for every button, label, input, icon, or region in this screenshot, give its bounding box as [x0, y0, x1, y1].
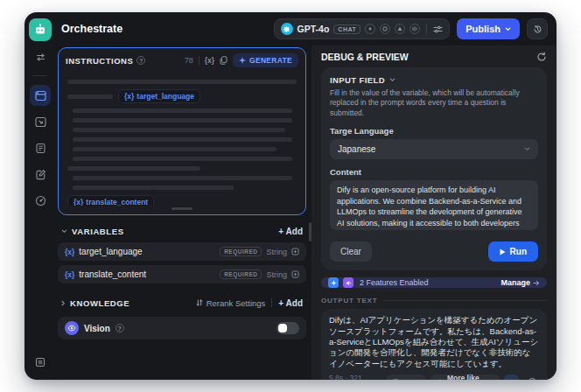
output-card: Difyは、AIアプリケーションを構築するためのオープンソースプラットフォームで… — [321, 309, 547, 380]
output-stats: 5.8s · 321 chars — [329, 374, 382, 380]
rerank-settings-button[interactable]: Rerank Settings — [196, 298, 266, 308]
tools-divider — [199, 56, 200, 65]
model-name: GPT-4o — [298, 24, 330, 34]
variables-title: VARIABLES — [72, 227, 124, 236]
vision-toggle[interactable] — [276, 322, 299, 334]
sidebar-item-orchestrate[interactable] — [30, 85, 51, 106]
skeleton-line — [73, 157, 292, 161]
page-title: Orchestrate — [61, 23, 122, 35]
capability-icon-4 — [410, 24, 420, 34]
variable-row-target-language[interactable]: {x} target_language REQUIRED String — [58, 242, 306, 261]
features-enabled-label: 2 Features Enabled — [360, 278, 429, 287]
capability-icon-2 — [380, 24, 390, 34]
switch-app-icon[interactable] — [30, 46, 51, 67]
instructions-title: INSTRUCTIONS — [66, 56, 133, 66]
variable-name: target_language — [79, 247, 142, 256]
required-badge: REQUIRED — [220, 247, 262, 256]
variable-settings-icon[interactable] — [291, 248, 299, 256]
manage-label: Manage — [500, 278, 530, 287]
topbar: Orchestrate GPT-4o CHAT — [56, 12, 556, 46]
feature-tts-icon — [343, 277, 354, 288]
feature-citation-icon — [328, 277, 339, 288]
sidebar-item-annotation-icon[interactable] — [30, 164, 51, 185]
version-history-icon[interactable] — [527, 18, 548, 39]
publish-button[interactable]: Publish — [457, 18, 520, 39]
language-select[interactable]: Japanese — [330, 139, 538, 159]
variable-prefix: {x} — [65, 270, 74, 279]
variable-tag-target-language[interactable]: {x} target_language — [118, 89, 200, 103]
skeleton-line — [73, 176, 292, 180]
language-field-label: Targe Language — [330, 126, 538, 136]
run-label: Run — [510, 247, 527, 256]
arrow-right-icon — [533, 280, 540, 286]
chevron-down-icon[interactable] — [61, 229, 67, 234]
copy-icon[interactable] — [220, 56, 228, 65]
instructions-editor[interactable]: {x} target_language — [59, 71, 305, 206]
collapse-sidebar-icon[interactable] — [30, 352, 51, 373]
model-selector[interactable]: GPT-4o CHAT — [274, 18, 451, 39]
skeleton-line — [67, 166, 200, 171]
run-button[interactable]: Run — [488, 242, 538, 262]
knowledge-title: KNOWLEDGE — [70, 298, 130, 308]
chevron-down-icon — [524, 147, 530, 151]
chevron-down-icon — [389, 78, 396, 82]
toggle-knob — [278, 324, 287, 332]
sidebar-item-preview[interactable] — [30, 111, 51, 132]
model-provider-icon — [281, 23, 293, 35]
rerank-settings-label: Rerank Settings — [206, 298, 266, 308]
sidebar-item-monitoring-icon[interactable] — [30, 190, 51, 211]
info-icon: ? — [116, 324, 124, 332]
insert-variable-icon[interactable]: {x} — [205, 56, 214, 65]
variable-tag-translate-content[interactable]: {x} translate_content — [67, 195, 154, 206]
chevron-right-icon[interactable] — [61, 300, 66, 306]
variable-row-translate-content[interactable]: {x} translate_content REQUIRED String — [58, 265, 306, 284]
app-logo-robot-icon[interactable] — [29, 18, 52, 41]
generate-button[interactable]: GENERATE — [233, 53, 298, 67]
output-divider — [384, 300, 547, 301]
add-knowledge-button[interactable]: + Add — [278, 298, 303, 308]
skeleton-line — [67, 80, 297, 84]
resize-handle[interactable] — [172, 207, 192, 210]
scrollbar-thumb[interactable] — [309, 222, 312, 242]
variable-tag-label: translate_content — [86, 198, 148, 206]
sidebar — [24, 12, 56, 380]
manage-features-button[interactable]: Manage — [500, 278, 540, 287]
required-badge: REQUIRED — [220, 270, 262, 279]
skeleton-line — [73, 137, 292, 142]
text-to-speech-icon[interactable] — [504, 374, 520, 380]
copy-output-icon[interactable] — [523, 374, 539, 380]
skeleton-line — [73, 118, 292, 122]
clear-button[interactable]: Clear — [330, 242, 372, 262]
input-field-title: INPUT FIELD — [330, 75, 385, 85]
generate-label: GENERATE — [249, 56, 292, 65]
instructions-panel[interactable]: INSTRUCTIONS ? 78 {x} GENERATE — [58, 47, 306, 215]
variable-type: String — [266, 270, 287, 279]
knowledge-section-header: KNOWLEDGE Rerank Settings + Add — [58, 296, 306, 310]
logs-button[interactable]: Logs — [386, 374, 426, 380]
more-like-this-label: More like this — [447, 374, 494, 380]
features-bar[interactable]: 2 Features Enabled Manage — [321, 277, 547, 288]
add-variable-button[interactable]: + Add — [278, 227, 303, 236]
variables-section-header: VARIABLES + Add — [58, 224, 306, 238]
content-area: INSTRUCTIONS ? 78 {x} GENERATE — [56, 46, 556, 380]
skeleton-line — [73, 147, 276, 151]
content-textarea[interactable]: Dify is an open-source platform for buil… — [330, 180, 538, 230]
vision-label: Vision — [84, 324, 110, 333]
sidebar-item-logs-icon[interactable] — [30, 137, 51, 158]
main-area: Orchestrate GPT-4o CHAT — [56, 12, 556, 380]
variable-prefix: {x} — [124, 92, 134, 101]
info-icon: ? — [136, 56, 145, 65]
variable-settings-icon[interactable] — [291, 270, 299, 278]
debug-header: DEBUG & PREVIEW — [321, 52, 547, 62]
output-text: Difyは、AIアプリケーションを構築するためのオープンソースプラットフォームで… — [329, 315, 539, 369]
orchestrate-column: INSTRUCTIONS ? 78 {x} GENERATE — [56, 46, 312, 380]
variable-tag-label: target_language — [136, 92, 194, 101]
output-section-header: OUTPUT TEXT — [321, 297, 547, 304]
sidebar-divider — [33, 75, 47, 76]
model-settings-icon[interactable] — [433, 25, 443, 33]
refresh-icon[interactable] — [536, 52, 547, 62]
instructions-tools: 78 {x} GENERATE — [185, 53, 298, 67]
input-field-description: Fill in the value of the variable, which… — [330, 88, 538, 118]
more-like-this-button[interactable]: More like this — [430, 374, 500, 380]
input-field-header[interactable]: INPUT FIELD — [330, 75, 538, 85]
